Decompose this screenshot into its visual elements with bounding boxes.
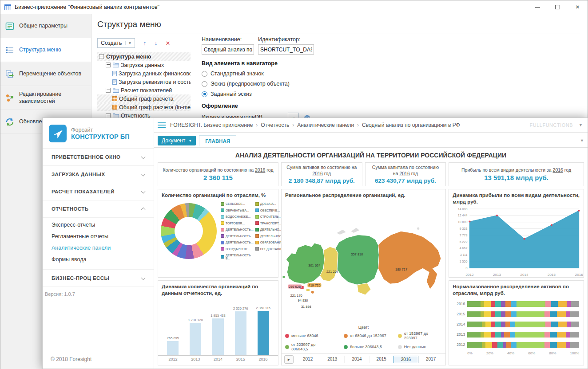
- sidebar-menu-item[interactable]: РАСЧЕТ ПОКАЗАТЕЛЕЙ: [43, 183, 154, 200]
- titlebar[interactable]: Бизнес-приложение "Финансовый анализ кон…: [0, 0, 588, 14]
- back-sidebar-item[interactable]: Редактирование зависимостей: [0, 86, 91, 110]
- radio-option[interactable]: Заданный эскиз: [202, 91, 379, 97]
- chevron-down-icon[interactable]: ▼: [577, 123, 584, 127]
- maximize-button[interactable]: [548, 0, 568, 14]
- hamburger-menu-icon[interactable]: [158, 122, 166, 128]
- map-value-label: 31 898: [301, 304, 311, 308]
- radio-option[interactable]: Эскиз (предпросмотр объекта): [202, 81, 379, 87]
- donut-chart[interactable]: [161, 203, 217, 259]
- map-region[interactable]: [282, 276, 285, 278]
- minimize-button[interactable]: [528, 0, 548, 14]
- bar-group[interactable]: 1 955 433: [207, 314, 230, 355]
- tree-item[interactable]: Загрузка данных финансово: [97, 69, 191, 78]
- move-up-button[interactable]: ↑: [143, 39, 146, 47]
- stacked-row[interactable]: 2015: [453, 311, 579, 317]
- stacked-bar-chart[interactable]: 201620152014201320120%20%40%60%80%100%: [449, 298, 584, 356]
- map-region[interactable]: [306, 288, 310, 291]
- stacked-segment: [467, 332, 481, 338]
- dashboard-column-middle: Сумма активов по состоянию на 2016 год 2…: [281, 162, 446, 365]
- tree-item[interactable]: Расчет показателей: [97, 86, 191, 94]
- timeline-year[interactable]: 2014: [344, 356, 369, 363]
- timeline-year[interactable]: 2012: [296, 356, 320, 363]
- name-input[interactable]: [202, 44, 254, 55]
- bar-value-label: 2 326 276: [233, 306, 248, 310]
- create-button[interactable]: Создать▼: [97, 38, 135, 48]
- delete-button[interactable]: ✕: [165, 40, 170, 47]
- bar-group[interactable]: 2 326 276: [229, 306, 252, 355]
- russia-map[interactable]: 301 624221 207357 810180 717256 625419 7…: [282, 200, 445, 324]
- map-region[interactable]: [357, 283, 371, 295]
- radio-icon[interactable]: [202, 81, 207, 87]
- area-chart[interactable]: 14 00012 44410 8899 3337 7786 2224 6673 …: [449, 206, 584, 279]
- back-sidebar-item[interactable]: Общие параметры: [0, 14, 91, 38]
- breadcrumb-item[interactable]: Аналитические панели: [297, 122, 354, 128]
- stacked-segment: [516, 342, 544, 348]
- map-region[interactable]: [378, 231, 441, 289]
- submenu-item[interactable]: Регламентные отчеты: [43, 231, 154, 242]
- stacked-segment: [491, 301, 495, 307]
- timeline-year[interactable]: 2013: [320, 356, 344, 363]
- sidebar-menu-item[interactable]: ЗАГРУЗКА ДАННЫХ: [43, 166, 154, 183]
- timeline-year[interactable]: 2015: [369, 356, 393, 363]
- breadcrumb-item[interactable]: Отчетность: [261, 122, 289, 128]
- map-region[interactable]: [336, 229, 346, 235]
- sidebar-menu-item[interactable]: ОТЧЕТНОСТЬ: [43, 200, 154, 218]
- close-button[interactable]: ✕: [568, 0, 588, 14]
- x-tick-label: 2016: [252, 356, 274, 361]
- svg-text:10 889: 10 889: [458, 220, 468, 224]
- submenu-item[interactable]: Аналитические панели: [43, 242, 154, 254]
- tree-expander-icon[interactable]: [106, 63, 111, 67]
- bar-group[interactable]: 765 095: [162, 336, 184, 355]
- stacked-segment: [505, 322, 510, 327]
- timeline-year[interactable]: 2016: [393, 356, 418, 363]
- tree-item[interactable]: Загрузка реквизитов и соста: [97, 78, 191, 86]
- stacked-row[interactable]: 2016: [453, 301, 579, 307]
- identifier-input[interactable]: [258, 44, 314, 55]
- back-sidebar-item-label: Редактирование зависимостей: [19, 91, 87, 105]
- stacked-row[interactable]: 2014: [453, 322, 579, 327]
- stacked-row[interactable]: 2012: [453, 342, 579, 348]
- breadcrumb-item[interactable]: FORESIGHT. Бизнес приложение: [170, 122, 253, 128]
- timeline-year[interactable]: 2017: [418, 356, 443, 363]
- year-parameter-link[interactable]: 2016: [255, 167, 265, 173]
- navigator-view-section-title: Вид элемента в навигаторе: [202, 60, 379, 67]
- map-region[interactable]: [311, 290, 314, 294]
- foresight-constructor-window: Форсайт КОНСТРУКТОР БП ПРИВЕТСТВЕННОЕ ОК…: [42, 118, 588, 369]
- back-sidebar-item[interactable]: Перемещение объектов: [0, 62, 91, 86]
- tree-expander-icon[interactable]: [106, 88, 111, 93]
- year-parameter-link[interactable]: 2016: [553, 167, 563, 173]
- map-region[interactable]: [351, 228, 360, 233]
- tree-expander-icon[interactable]: [99, 54, 104, 59]
- sidebar-menu-item[interactable]: ПРИВЕТСТВЕННОЕ ОКНО: [43, 149, 154, 166]
- tree-item[interactable]: Структура меню: [97, 52, 191, 61]
- year-parameter-link[interactable]: 2016: [399, 171, 409, 176]
- chevron-down-icon[interactable]: ▼: [580, 138, 584, 143]
- sidebar-menu-item[interactable]: БИЗНЕС-ПРОЦ ЕССЫ: [43, 270, 154, 287]
- app-logo[interactable]: Форсайт КОНСТРУКТОР БП: [43, 118, 154, 148]
- radio-option[interactable]: Стандартный значок: [202, 71, 379, 77]
- tree-item[interactable]: Загрузка данных: [97, 61, 191, 69]
- tab-main[interactable]: ГЛАВНАЯ: [199, 135, 236, 146]
- menu-item-label: РАСЧЕТ ПОКАЗАТЕЛЕЙ: [52, 189, 115, 194]
- stacked-segment: [495, 322, 501, 327]
- bar-group[interactable]: 2 360 115: [252, 306, 274, 355]
- tree-item[interactable]: Общий граф расчета (in-mem: [97, 103, 191, 111]
- submenu-item[interactable]: Формы ввода: [43, 254, 154, 265]
- bar-group[interactable]: 1 731 120: [184, 318, 207, 355]
- stacked-segment: [484, 301, 491, 307]
- breadcrumb-item[interactable]: Сводный анализ по организациям в РФ: [362, 122, 460, 128]
- tree-item[interactable]: Общий граф расчета: [97, 94, 191, 103]
- year-parameter-link[interactable]: 2016: [313, 171, 323, 176]
- submenu-item[interactable]: Экспресс-отчеты: [43, 219, 154, 231]
- radio-icon[interactable]: [202, 91, 207, 97]
- radio-icon[interactable]: [202, 71, 207, 77]
- map-region[interactable]: [417, 227, 420, 230]
- bar-chart[interactable]: 765 0951 731 1201 955 4332 326 2762 360 …: [158, 299, 278, 361]
- document-menu-button[interactable]: Документ▼: [158, 136, 196, 145]
- back-sidebar-item[interactable]: Структура меню: [0, 38, 91, 62]
- play-button[interactable]: ▶: [284, 355, 294, 364]
- stacked-row[interactable]: 2013: [453, 332, 579, 338]
- stacked-year-label: 2015: [453, 312, 467, 316]
- map-region[interactable]: [335, 235, 379, 285]
- move-down-button[interactable]: ↓: [154, 39, 157, 47]
